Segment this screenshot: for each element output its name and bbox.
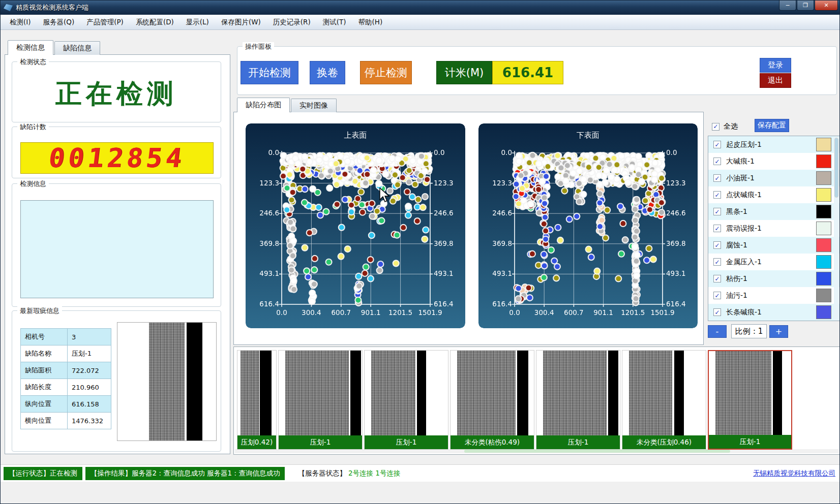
defect-type-row-5[interactable]: ✓震动误报-1	[708, 220, 839, 237]
x-tick-label: 901.1	[354, 308, 387, 317]
start-detect-button[interactable]: 开始检测	[241, 61, 298, 84]
y-tick-label-right: 0.0	[434, 148, 444, 156]
defect-type-row-1[interactable]: ✓大碱痕-1	[708, 153, 839, 170]
defect-type-checkbox[interactable]: ✓	[713, 308, 721, 316]
row-value: 压划-1	[68, 345, 111, 362]
defect-thumbnail-1[interactable]: 压划-1	[278, 350, 363, 450]
maximize-button[interactable]: ❐	[797, 1, 814, 11]
y-tick-label-right: 616.4	[434, 300, 454, 308]
menu-item-6[interactable]: 历史记录(R)	[267, 16, 317, 29]
defect-type-row-9[interactable]: ✓油污-1	[708, 287, 839, 304]
stop-detect-button[interactable]: 停止检测	[360, 61, 412, 84]
y-tick-label: 246.6	[246, 209, 279, 217]
chart-tab-0[interactable]: 缺陷分布图	[237, 98, 290, 112]
chart-tab-1[interactable]: 实时图像	[291, 99, 337, 112]
thumbnail-image	[279, 351, 362, 435]
defect-type-label: 黑条-1	[726, 207, 747, 216]
menu-item-1[interactable]: 服务器(Q)	[37, 16, 81, 29]
defect-type-row-2[interactable]: ✓小油斑-1	[708, 170, 839, 186]
defect-type-checkbox[interactable]: ✓	[713, 208, 721, 215]
defect-type-label: 小油斑-1	[726, 174, 755, 183]
defect-type-checkbox[interactable]: ✓	[713, 241, 721, 249]
defect-count-title: 缺陷计数	[17, 122, 49, 132]
menu-item-2[interactable]: 产品管理(P)	[80, 16, 130, 29]
menu-item-0[interactable]: 检测(I)	[4, 16, 37, 29]
save-config-button[interactable]: 保存配置	[755, 119, 789, 132]
defect-type-row-3[interactable]: ✓点状碱痕-1	[708, 186, 839, 203]
defect-type-label: 粘伤-1	[726, 274, 747, 284]
left-tab-strip: 检测信息缺陷信息	[8, 41, 101, 55]
legend-vscrollbar[interactable]	[834, 137, 839, 321]
defect-type-checkbox[interactable]: ✓	[713, 275, 721, 282]
table-row: 横向位置1476.332	[21, 413, 111, 429]
menu-item-5[interactable]: 保存图片(W)	[215, 16, 267, 29]
defect-type-checkbox[interactable]: ✓	[713, 292, 721, 299]
minimize-button[interactable]: ─	[779, 1, 796, 11]
left-tab-1[interactable]: 缺陷信息	[54, 41, 100, 55]
defect-type-row-7[interactable]: ✓金属压入-1	[708, 254, 839, 270]
app-icon	[4, 4, 13, 11]
thumbnail-hscrollbar[interactable]	[235, 449, 839, 453]
menu-item-4[interactable]: 显示(L)	[180, 16, 215, 29]
defect-color-swatch	[816, 188, 831, 202]
logout-button[interactable]: 退出	[760, 73, 791, 88]
menu-item-8[interactable]: 帮助(H)	[352, 16, 388, 29]
row-value: 3	[68, 329, 111, 345]
defect-type-row-0[interactable]: ✓起皮压划-1	[708, 136, 839, 153]
defect-type-label: 长条碱痕-1	[726, 308, 762, 317]
thumbnail-label: 压划0.42)	[237, 435, 276, 449]
select-all-checkbox[interactable]: ✓	[712, 123, 719, 131]
defect-type-checkbox[interactable]: ✓	[713, 174, 721, 182]
window-title: 精质视觉检测系统客户端	[16, 3, 88, 12]
detect-info-group: 检测信息	[12, 183, 221, 307]
x-tick-label: 1201.5	[384, 308, 417, 317]
y-tick-label: 123.3	[246, 179, 279, 187]
defect-type-row-10[interactable]: ✓长条碱痕-1	[708, 304, 839, 321]
thumbnail-label: 压划-1	[536, 435, 620, 449]
defect-thumbnail-6[interactable]: 压划-1	[708, 350, 792, 450]
thumbnail-image	[451, 351, 534, 435]
menu-item-7[interactable]: 测试(T)	[317, 16, 352, 29]
defect-type-row-6[interactable]: ✓腐蚀-1	[708, 237, 839, 254]
defect-type-checkbox[interactable]: ✓	[713, 225, 721, 232]
defect-type-checkbox[interactable]: ✓	[713, 141, 721, 148]
defect-thumbnail-4[interactable]: 压划-1	[536, 350, 620, 450]
latest-defect-table: 相机号3缺陷名称压划-1缺陷面积722.072缺陷长度210.960纵向位置61…	[20, 328, 111, 429]
y-tick-label: 0.0	[478, 148, 512, 156]
menu-item-3[interactable]: 系统配置(D)	[130, 16, 180, 29]
x-tick-label: 1501.9	[646, 308, 679, 317]
defect-thumbnail-3[interactable]: 未分类(粘伤0.49)	[450, 350, 534, 450]
y-tick-label: 616.4	[246, 300, 279, 308]
scale-minus-button[interactable]: -	[708, 325, 727, 338]
defect-type-checkbox[interactable]: ✓	[713, 258, 721, 266]
change-roll-button[interactable]: 换卷	[310, 61, 345, 84]
defect-type-row-8[interactable]: ✓粘伤-1	[708, 270, 839, 287]
defect-thumbnail-5[interactable]: 未分类(压划0.46)	[622, 350, 706, 450]
row-value: 722.072	[68, 362, 111, 379]
select-all-row: ✓ 全选	[712, 122, 738, 131]
x-tick-label: 1201.5	[617, 308, 649, 317]
thumbnail-image	[237, 351, 276, 435]
defect-color-swatch	[816, 222, 831, 235]
defect-color-swatch	[816, 171, 831, 185]
x-tick-label: 300.4	[528, 308, 560, 317]
left-tab-0[interactable]: 检测信息	[8, 40, 53, 55]
defect-type-checkbox[interactable]: ✓	[713, 191, 721, 199]
chart-tab-strip: 缺陷分布图实时图像	[237, 99, 338, 112]
op-result-badge: 【操作结果】服务器2：查询信息成功 服务器1：查询信息成功	[85, 467, 285, 480]
thumbnail-label: 压划-1	[365, 435, 448, 449]
company-link[interactable]: 无锡精质视觉科技有限公司	[753, 469, 835, 478]
defect-thumbnail-2[interactable]: 压划-1	[364, 350, 448, 450]
y-tick-label-right: 123.3	[434, 179, 454, 187]
defect-type-row-4[interactable]: ✓黑条-1	[708, 203, 839, 220]
defect-thumbnail-0[interactable]: 压划0.42)	[237, 350, 277, 450]
row-label: 相机号	[21, 329, 68, 345]
defect-count-display: 0012854	[47, 143, 187, 173]
login-button[interactable]: 登录	[760, 58, 791, 73]
scale-plus-button[interactable]: +	[769, 325, 788, 338]
defect-type-label: 震动误报-1	[726, 224, 762, 233]
server-status-value: 2号连接 1号连接	[348, 469, 400, 478]
defect-type-checkbox[interactable]: ✓	[713, 158, 721, 165]
thumbnail-image	[536, 351, 620, 435]
close-button[interactable]: ✕	[815, 1, 838, 11]
